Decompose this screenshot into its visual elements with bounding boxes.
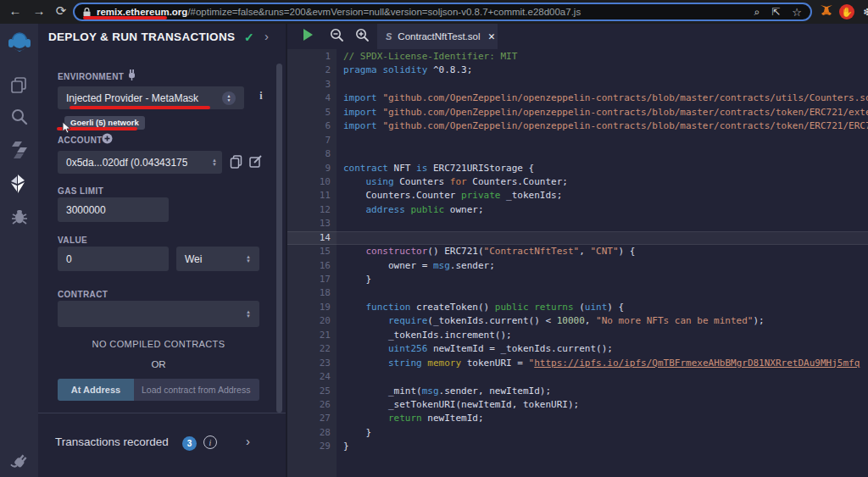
no-compiled-text: NO COMPILED CONTRACTS [58,339,259,349]
line-number: 16 [287,259,337,273]
code-editor-area[interactable]: 1// SPDX-License-Identifier: MIT2pragma … [287,49,868,477]
code-line-29: 29} [287,440,868,453]
code-line-16: 16 owner = msg.sender; [287,259,868,273]
code-line-14: 14 [287,231,868,245]
code-lines: 1// SPDX-License-Identifier: MIT2pragma … [287,50,868,454]
extension-partial-icon[interactable]: ❇ [860,4,868,19]
line-number: 2 [287,64,337,77]
solidity-file-icon: S [386,31,392,42]
code-line-20: 20 require(_tokenIds.current() < 10000, … [287,314,868,328]
line-number: 26 [287,398,337,412]
code-text: address public owner; [337,203,868,217]
red-extension-icon[interactable]: ✋ [839,4,854,19]
line-number: 1 [287,50,337,64]
bookmark-star-icon[interactable]: ☆ [792,7,802,18]
code-line-18: 18 [287,286,868,300]
environment-info-icon[interactable]: i [255,90,267,102]
code-line-15: 15 constructor() ERC721("ContractNftTest… [287,245,868,258]
run-script-icon[interactable] [299,28,316,45]
forward-icon[interactable]: → [31,3,47,18]
transactions-expand-icon[interactable]: › [246,434,250,448]
code-line-10: 10 using Counters for Counters.Counter; [287,175,868,189]
transactions-count-badge: 3 [182,436,197,451]
line-number: 3 [287,78,337,92]
account-select[interactable]: 0x5da...020df (0.04343175 ▲▼ [58,151,222,174]
back-icon[interactable]: ← [7,3,24,18]
zoom-in-icon[interactable] [353,28,370,45]
deploy-run-icon[interactable] [0,174,38,197]
environment-label: ENVIRONMENT [58,72,124,81]
line-number: 18 [287,286,337,300]
code-line-28: 28 } [287,426,868,440]
zoom-out-icon[interactable] [328,28,345,45]
lock-icon [83,8,91,17]
editor: S ContractNftTest.sol ✕ 1// SPDX-License… [286,24,868,477]
code-line-4: 4import "github.com/OpenZeppelin/openzep… [287,92,868,105]
code-text: pragma solidity ^0.8.3; [337,64,868,77]
environment-stepper-icon[interactable]: ▲▼ [222,92,236,105]
zoom-page-icon[interactable]: ⌕ [754,7,760,17]
line-number: 25 [287,385,337,398]
plugin-manager-icon[interactable] [0,452,38,474]
at-address-input[interactable] [134,379,259,401]
edit-account-icon[interactable] [249,155,263,169]
code-text: import "github.com/OpenZeppelin/openzepp… [337,92,868,105]
tab-label: ContractNftTest.sol [398,31,480,42]
solidity-compiler-icon[interactable] [0,141,38,163]
value-unit-select[interactable]: Wei ▲▼ [176,247,259,271]
reload-icon[interactable]: ⟳ [53,3,70,19]
line-number: 10 [287,175,337,189]
url-text: remix.ethereum.org/#optimize=false&runs=… [97,7,743,17]
debugger-icon[interactable] [0,208,38,230]
line-number: 29 [287,440,337,453]
value-input[interactable] [58,247,169,271]
gas-limit-label: GAS LIMIT [58,186,103,196]
code-line-21: 21 _tokenIds.increment(); [287,329,868,342]
code-line-3: 3 [287,78,868,92]
code-line-17: 17 } [287,273,868,286]
remix-logo-icon[interactable] [0,31,38,58]
line-number: 6 [287,119,337,133]
code-line-23: 23 string memory tokenURI = "https://ipf… [287,357,868,370]
file-explorer-icon[interactable] [0,76,38,97]
code-text: owner = msg.sender; [337,259,868,273]
code-text: contract NFT is ERC721URIStorage { [337,162,868,175]
line-number: 28 [287,426,337,440]
contract-stepper-icon[interactable]: ▲▼ [246,310,251,319]
address-bar[interactable]: remix.ethereum.org/#optimize=false&runs=… [73,3,812,21]
code-line-26: 26 _setTokenURI(newItemId, tokenURI); [287,398,868,412]
line-number: 9 [287,162,337,175]
transactions-info-icon[interactable]: i [203,435,217,449]
line-number: 22 [287,342,337,356]
tab-contractnfttest[interactable]: S ContractNftTest.sol ✕ [377,24,498,49]
line-number: 12 [287,203,337,217]
code-text: _setTokenURI(newItemId, tokenURI); [337,398,868,412]
tab-close-icon[interactable]: ✕ [488,31,496,42]
gas-limit-input[interactable] [58,197,169,222]
unit-stepper-icon[interactable]: ▲▼ [246,255,251,263]
share-icon[interactable]: ⇱ [771,7,780,17]
code-line-24: 24 [287,370,868,384]
panel-chevron-icon[interactable]: › [264,29,269,43]
at-address-button[interactable]: At Address [58,379,134,401]
add-account-icon[interactable] [102,133,113,144]
search-icon[interactable] [0,108,38,129]
code-text [337,217,868,230]
line-number: 11 [287,189,337,202]
line-number: 27 [287,412,337,425]
line-number: 4 [287,92,337,105]
code-line-2: 2pragma solidity ^0.8.3; [287,64,868,77]
contract-label: CONTRACT [58,290,108,299]
panel-scrollbar[interactable] [276,64,282,413]
code-line-22: 22 uint256 newItemId = _tokenIds.current… [287,342,868,356]
code-text: } [337,440,868,453]
metamask-extension-icon[interactable] [819,4,834,19]
code-text: import "github.com/OpenZeppelin/openzepp… [337,106,868,119]
account-stepper-icon[interactable]: ▲▼ [212,158,217,167]
code-text: _tokenIds.increment(); [337,329,868,342]
copy-account-icon[interactable] [230,155,242,169]
contract-select[interactable]: ▲▼ [58,301,259,327]
code-text: import "github.com/OpenZeppelin/openzepp… [337,119,868,133]
check-icon: ✓ [244,31,254,44]
deploy-run-panel: DEPLOY & RUN TRANSACTIONS ✓ › ENVIRONMEN… [38,24,286,477]
